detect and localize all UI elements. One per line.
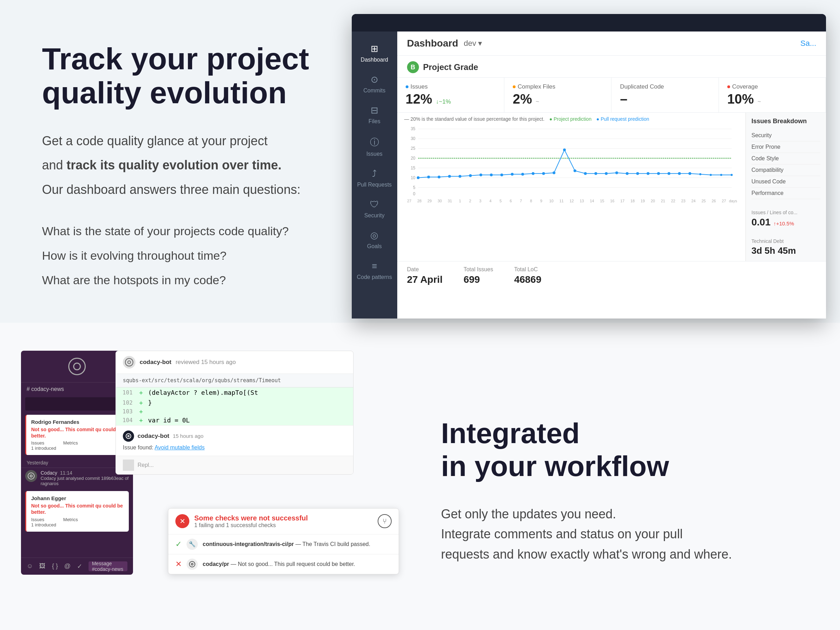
svg-point-21 bbox=[469, 174, 472, 177]
breakdown-compatibility[interactable]: Compatibility bbox=[752, 164, 820, 176]
image-icon[interactable]: 🖼 bbox=[39, 562, 46, 570]
svg-text:20: 20 bbox=[411, 156, 415, 161]
x-label: 17 bbox=[617, 199, 628, 203]
metric-complex-label: Complex Files bbox=[513, 83, 603, 90]
check-pass-icon: ✓ bbox=[175, 540, 182, 549]
svg-point-36 bbox=[626, 172, 628, 175]
breakdown-security[interactable]: Security bbox=[752, 130, 820, 141]
svg-point-44 bbox=[709, 174, 712, 176]
x-label: 9 bbox=[536, 199, 546, 203]
check-icon[interactable]: ✓ bbox=[77, 562, 82, 570]
workflow-screenshots: # codacy-news Rodrigo Fernandes Not so g… bbox=[0, 323, 420, 630]
total-issues-value: 699 bbox=[463, 274, 493, 285]
questions-section: What is the state of your projects code … bbox=[42, 221, 317, 294]
sidebar-item-code-patterns[interactable]: ≡ Code patterns bbox=[352, 256, 397, 285]
dashboard-topbar bbox=[352, 14, 826, 32]
breakdown-unused-code[interactable]: Unused Code bbox=[752, 176, 820, 188]
sidebar-label-goals: Goals bbox=[367, 243, 382, 249]
svg-point-38 bbox=[646, 172, 649, 175]
dashboard-main-area: Dashboard dev ▾ Sa... B Project Grade bbox=[397, 32, 826, 319]
code-line-101: 101 + (delayActor ? elem).mapTo[(St bbox=[116, 387, 353, 398]
code-file-header: squbs-ext/src/test/scala/org/squbs/strea… bbox=[116, 374, 353, 387]
pr-bot-name: codacy-bot bbox=[140, 359, 172, 366]
commit-user-2: Johann Egger bbox=[31, 495, 124, 501]
sidebar-item-files[interactable]: ⊟ Files bbox=[352, 100, 397, 129]
checks-title-area: Some checks were not successful 1 failin… bbox=[194, 514, 308, 529]
svg-point-35 bbox=[615, 172, 618, 174]
message-input[interactable]: Message #codacy-news bbox=[88, 561, 127, 571]
x-label: 6 bbox=[506, 199, 516, 203]
sidebar-item-dashboard[interactable]: ⊞ Dashboard bbox=[352, 38, 397, 68]
at-icon[interactable]: @ bbox=[64, 562, 70, 570]
chart-legend2: ● Project prediction bbox=[549, 116, 592, 122]
code-patterns-icon: ≡ bbox=[372, 261, 377, 272]
svg-point-42 bbox=[688, 172, 691, 175]
dashboard-window: ⊞ Dashboard ⊙ Commits ⊟ Files ⓘ Issues bbox=[352, 14, 826, 319]
pr-comment-bot: codacy-bot bbox=[137, 433, 169, 440]
breakdown-performance[interactable]: Performance bbox=[752, 188, 820, 199]
date-value: 27 April bbox=[407, 274, 443, 285]
x-label: 12 bbox=[567, 199, 577, 203]
dashboard-sidebar: ⊞ Dashboard ⊙ Commits ⊟ Files ⓘ Issues bbox=[352, 32, 397, 319]
svg-point-33 bbox=[594, 172, 597, 175]
x-label: 20 bbox=[648, 199, 658, 203]
workflow-desc-2: Integrate comments and status on your pu… bbox=[441, 524, 805, 544]
metric-coverage-label: Coverage bbox=[727, 83, 817, 90]
fail-icon: ✕ bbox=[175, 514, 189, 528]
tech-debt-section: Technical Debt 3d 5h 45m bbox=[752, 238, 820, 256]
pull-requests-icon: ⤴ bbox=[372, 168, 377, 179]
svg-text:35: 35 bbox=[411, 126, 415, 131]
codacy-service-icon bbox=[186, 559, 198, 570]
sidebar-label-code-patterns: Code patterns bbox=[357, 274, 392, 280]
svg-point-16 bbox=[417, 177, 419, 179]
emoji-icon[interactable]: ☺ bbox=[27, 562, 33, 570]
checks-subtitle: 1 failing and 1 successful checks bbox=[194, 522, 308, 529]
x-label: 24 bbox=[688, 199, 699, 203]
x-label: 31 bbox=[445, 199, 455, 203]
branch-badge[interactable]: dev ▾ bbox=[464, 39, 482, 48]
x-label-days: days bbox=[729, 199, 739, 203]
x-label: 30 bbox=[435, 199, 445, 203]
slack-toolbar: ☺ 🖼 { } @ ✓ Message #codacy-news bbox=[21, 557, 133, 575]
svg-point-29 bbox=[553, 172, 556, 174]
breakdown-error-prone[interactable]: Error Prone bbox=[752, 141, 820, 153]
metric-coverage-value: 10% ~ bbox=[727, 92, 817, 107]
sidebar-item-goals[interactable]: ◎ Goals bbox=[352, 225, 397, 254]
question-3: What are the hotspots in my code? bbox=[42, 270, 317, 291]
metric-issues-label: Issues bbox=[406, 83, 496, 90]
codacy-notification-icon bbox=[25, 470, 37, 482]
metric-complex: Complex Files 2% ~ bbox=[504, 78, 611, 112]
sidebar-label-security: Security bbox=[364, 212, 385, 219]
save-link[interactable]: Sa... bbox=[801, 39, 816, 48]
commit-user-1: Rodrigo Fernandes bbox=[31, 419, 124, 425]
issues-loc-section: Issues / Lines of co... 0.01 ↑+10.5% bbox=[752, 210, 820, 228]
sidebar-item-pull-requests[interactable]: ⤴ Pull Requests bbox=[352, 163, 397, 193]
sidebar-item-security[interactable]: 🛡 Security bbox=[352, 194, 397, 224]
intro-line2: and track its quality evolution over tim… bbox=[42, 155, 317, 175]
pr-comment-header: codacy-bot 15 hours ago bbox=[123, 431, 346, 442]
date-label: Date bbox=[407, 266, 443, 273]
issues-loc-value-row: 0.01 ↑+10.5% bbox=[752, 217, 820, 228]
reply-bar: Repl... bbox=[116, 456, 353, 474]
metric-issues-value: 12% ↓~1% bbox=[406, 92, 496, 107]
sidebar-item-issues[interactable]: ⓘ Issues bbox=[352, 131, 397, 162]
tech-debt-label: Technical Debt bbox=[752, 238, 820, 244]
workflow-desc-1: Get only the updates you need. bbox=[441, 504, 805, 524]
right-breakdown-panel: Issues Breakdown Security Error Prone Co… bbox=[745, 113, 826, 261]
svg-point-18 bbox=[437, 176, 440, 178]
sidebar-label-pr: Pull Requests bbox=[357, 181, 392, 188]
git-merge-icon: ⑂ bbox=[377, 514, 392, 528]
total-issues-label: Total Issues bbox=[463, 266, 493, 273]
issue-link[interactable]: Avoid mutable fields bbox=[155, 445, 205, 450]
svg-point-28 bbox=[542, 172, 545, 175]
breakdown-code-style[interactable]: Code Style bbox=[752, 153, 820, 164]
checks-icon-area: ⑂ bbox=[377, 514, 392, 528]
sidebar-item-commits[interactable]: ⊙ Commits bbox=[352, 69, 397, 99]
pr-comment-section: codacy-bot 15 hours ago Issue found: Avo… bbox=[116, 425, 353, 456]
commit-meta-1: Issues1 introduced Metrics bbox=[31, 440, 124, 451]
chart-legend: — 20% is the standard value of issue per… bbox=[404, 116, 545, 122]
x-label: 22 bbox=[668, 199, 678, 203]
tech-debt-value: 3d 5h 45m bbox=[752, 245, 820, 256]
svg-text:0: 0 bbox=[413, 191, 415, 196]
code-icon[interactable]: { } bbox=[52, 562, 58, 570]
